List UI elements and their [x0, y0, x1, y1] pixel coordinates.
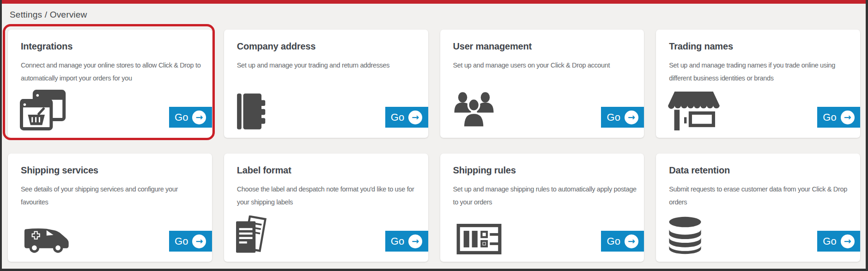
- user-management-icon: [452, 91, 496, 130]
- go-button-label: Go: [175, 235, 188, 247]
- shipping-rules-icon: [452, 224, 506, 254]
- card-description: Submit requests to erase customer data f…: [669, 183, 855, 209]
- go-button-data-retention[interactable]: Go →: [817, 231, 860, 252]
- card-description: Set up and manage trading names if you t…: [669, 59, 855, 85]
- card-title: Label format: [237, 165, 423, 176]
- arrow-right-icon: →: [408, 234, 422, 248]
- data-retention-icon: [668, 216, 702, 254]
- card-title: User management: [453, 41, 639, 52]
- card-title: Trading names: [669, 41, 855, 52]
- go-button-label: Go: [823, 235, 836, 247]
- go-button-label: Go: [391, 111, 404, 123]
- card-description: Set up and manage your trading and retur…: [237, 59, 423, 72]
- arrow-right-icon: →: [192, 111, 206, 124]
- arrow-right-icon: →: [841, 234, 855, 248]
- shipping-services-icon: [20, 224, 74, 254]
- go-button-label: Go: [391, 235, 404, 247]
- trading-names-icon: [668, 92, 720, 130]
- company-address-icon: [236, 92, 269, 130]
- card-description: Set up and manage users on your Click & …: [453, 59, 639, 72]
- go-button-shipping-services[interactable]: Go →: [169, 231, 212, 252]
- go-button-user-management[interactable]: Go →: [601, 107, 644, 128]
- card-label-format: Label format Choose the label and despat…: [224, 154, 428, 262]
- integrations-icon: [20, 90, 66, 130]
- arrow-right-icon: →: [625, 234, 638, 248]
- card-shipping-rules: Shipping rules Set up and manage shippin…: [440, 154, 644, 262]
- card-user-management: User management Set up and manage users …: [440, 30, 644, 138]
- go-button-company-address[interactable]: Go →: [385, 107, 428, 128]
- go-button-label: Go: [607, 235, 620, 247]
- card-data-retention: Data retention Submit requests to erase …: [656, 154, 860, 262]
- top-red-bar: [2, 0, 866, 4]
- arrow-right-icon: →: [841, 111, 855, 124]
- go-button-label: Go: [607, 111, 620, 123]
- card-description: See details of your shipping services an…: [21, 183, 206, 209]
- card-description: Connect and manage your online stores to…: [21, 59, 206, 85]
- card-description: Choose the label and despatch note forma…: [237, 183, 423, 209]
- arrow-right-icon: →: [192, 234, 206, 248]
- go-button-shipping-rules[interactable]: Go →: [601, 231, 644, 252]
- arrow-right-icon: →: [408, 111, 422, 124]
- card-company-address: Company address Set up and manage your t…: [224, 30, 428, 138]
- settings-cards-grid: Integrations Connect and manage your onl…: [8, 30, 860, 262]
- go-button-label-format[interactable]: Go →: [385, 231, 428, 252]
- go-button-integrations[interactable]: Go →: [169, 107, 212, 128]
- card-title: Data retention: [669, 165, 855, 176]
- card-title: Shipping services: [21, 165, 206, 176]
- go-button-label: Go: [175, 111, 188, 123]
- label-format-icon: [236, 216, 270, 254]
- card-description: Set up and manage shipping rules to auto…: [453, 183, 639, 209]
- settings-overview-page: Settings / Overview Integrations Connect…: [0, 0, 868, 271]
- card-trading-names: Trading names Set up and manage trading …: [656, 30, 860, 138]
- page-title: Settings / Overview: [10, 10, 866, 20]
- arrow-right-icon: →: [625, 111, 638, 124]
- card-integrations: Integrations Connect and manage your onl…: [8, 30, 212, 138]
- card-shipping-services: Shipping services See details of your sh…: [8, 154, 212, 262]
- go-button-trading-names[interactable]: Go →: [817, 107, 860, 128]
- card-title: Shipping rules: [453, 165, 639, 176]
- go-button-label: Go: [823, 111, 836, 123]
- card-title: Integrations: [21, 41, 206, 52]
- card-title: Company address: [237, 41, 423, 52]
